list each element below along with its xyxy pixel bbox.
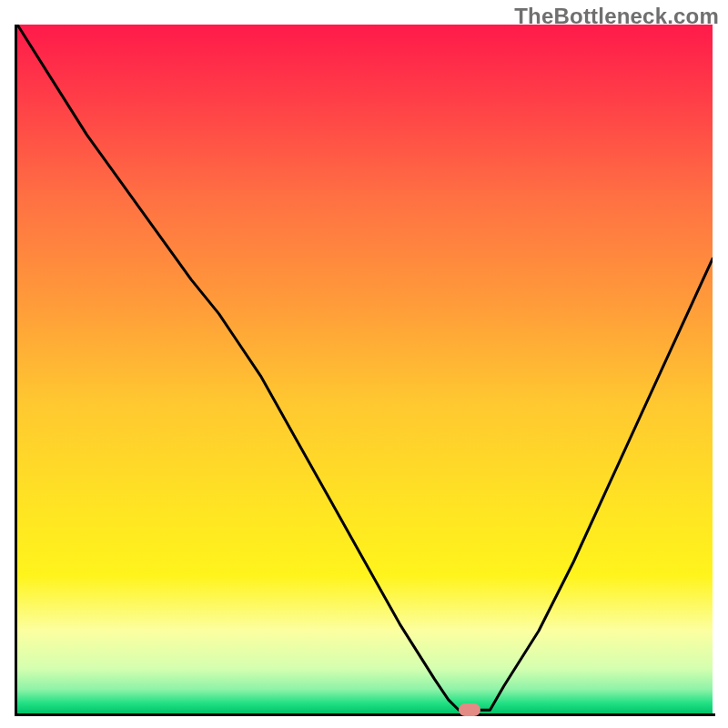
watermark-text: TheBottleneck.com [514,4,719,29]
optimum-marker [459,703,480,716]
plot-area [17,25,713,713]
chart-container: TheBottleneck.com [0,0,728,728]
x-axis-line [15,713,715,716]
gradient-background [17,25,713,713]
y-axis-line [15,25,17,716]
chart-svg [17,25,713,713]
